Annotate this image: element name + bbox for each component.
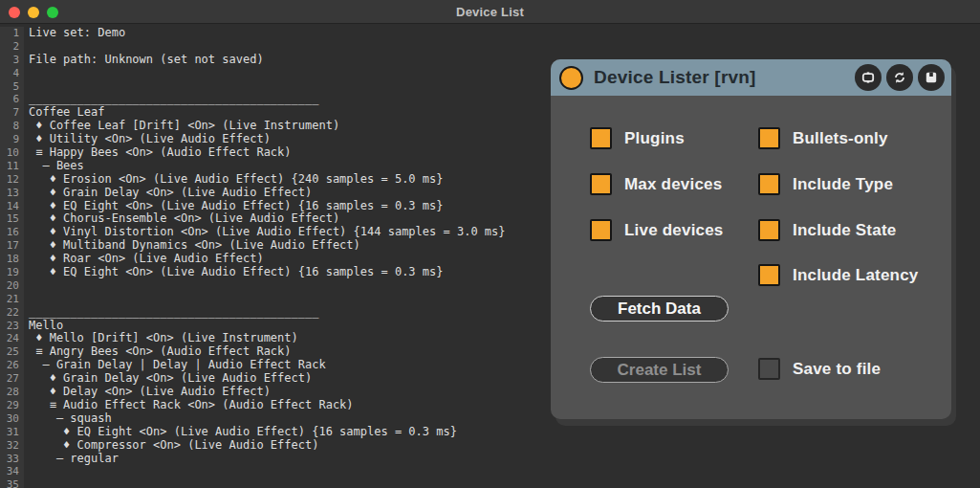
editor-line: 32 ♦ Compressor <On> (Live Audio Effect)	[0, 439, 980, 453]
float-window-icon	[860, 70, 876, 85]
panel-header: Device Lister [rvn]	[551, 59, 951, 96]
editor-line: 34	[0, 465, 980, 478]
checkbox-row-include-state: Include State	[758, 219, 896, 241]
device-lister-panel: Device Lister [rvn]	[551, 59, 951, 419]
refresh-button[interactable]	[886, 64, 913, 91]
line-number: 16	[0, 226, 24, 239]
minimize-button[interactable]	[28, 7, 39, 18]
line-text: – regular	[24, 453, 980, 466]
zoom-button[interactable]	[47, 7, 58, 18]
line-number: 19	[0, 266, 24, 279]
line-number: 25	[0, 345, 24, 359]
editor-line: 35	[0, 478, 980, 488]
power-led-button[interactable]	[559, 66, 583, 90]
checkbox-row-save-to-file: Save to file	[758, 358, 881, 380]
window-title: Device List	[456, 5, 524, 19]
panel-header-buttons	[855, 64, 945, 91]
include-latency-label: Include Latency	[793, 266, 918, 285]
include-state-label: Include State	[793, 221, 896, 240]
line-number: 2	[0, 40, 24, 54]
line-text	[24, 465, 980, 478]
line-number: 15	[0, 212, 24, 226]
line-number: 29	[0, 399, 24, 412]
line-text: ♦ EQ Eight <On> (Live Audio Effect) {16 …	[24, 426, 980, 439]
line-number: 6	[0, 93, 24, 106]
window-titlebar: Device List	[0, 0, 980, 24]
line-number: 26	[0, 359, 24, 372]
close-button[interactable]	[9, 7, 20, 18]
line-number: 27	[0, 372, 24, 386]
line-number: 14	[0, 200, 24, 213]
line-number: 32	[0, 439, 24, 453]
line-number: 30	[0, 412, 24, 426]
line-number: 1	[0, 27, 24, 40]
bullets-only-checkbox[interactable]	[758, 127, 780, 149]
max-devices-checkbox[interactable]	[590, 173, 612, 195]
line-number: 8	[0, 120, 24, 133]
checkbox-row-max-devices: Max devices	[590, 173, 722, 195]
line-number: 20	[0, 279, 24, 293]
editor-line: 33 – regular	[0, 453, 980, 466]
line-text	[24, 478, 980, 488]
line-number: 33	[0, 453, 24, 466]
bullets-only-label: Bullets-only	[793, 129, 888, 148]
include-state-checkbox[interactable]	[758, 219, 780, 241]
editor-line: 2	[0, 40, 980, 54]
max-devices-label: Max devices	[624, 175, 722, 194]
line-number: 5	[0, 80, 24, 94]
line-number: 21	[0, 293, 24, 306]
line-number: 4	[0, 67, 24, 80]
live-devices-label: Live devices	[624, 221, 724, 240]
checkbox-row-bullets-only: Bullets-only	[758, 127, 888, 149]
traffic-lights	[9, 7, 58, 18]
checkbox-row-plugins: Plugins	[590, 127, 685, 149]
line-text: Live set: Demo	[24, 27, 980, 40]
line-number: 24	[0, 332, 24, 345]
line-number: 31	[0, 426, 24, 439]
line-number: 9	[0, 133, 24, 146]
editor-line: 31 ♦ EQ Eight <On> (Live Audio Effect) {…	[0, 426, 980, 439]
checkbox-row-live-devices: Live devices	[590, 219, 724, 241]
plugins-checkbox[interactable]	[590, 127, 612, 149]
panel-title: Device Lister [rvn]	[594, 67, 756, 88]
include-type-label: Include Type	[793, 175, 893, 194]
line-number: 7	[0, 106, 24, 120]
line-number: 18	[0, 253, 24, 266]
line-number: 17	[0, 239, 24, 253]
line-number: 13	[0, 187, 24, 200]
line-number: 23	[0, 320, 24, 333]
live-devices-checkbox[interactable]	[590, 219, 612, 241]
line-number: 3	[0, 54, 24, 67]
line-number: 11	[0, 160, 24, 173]
line-text	[24, 40, 980, 54]
line-text: ♦ Compressor <On> (Live Audio Effect)	[24, 439, 980, 453]
float-window-button[interactable]	[855, 64, 882, 91]
editor-line: 1Live set: Demo	[0, 27, 980, 40]
plugins-label: Plugins	[624, 129, 685, 148]
save-button[interactable]	[918, 64, 945, 91]
save-to-file-label: Save to file	[793, 360, 881, 379]
line-number: 34	[0, 465, 24, 478]
checkbox-row-include-type: Include Type	[758, 173, 893, 195]
include-type-checkbox[interactable]	[758, 173, 780, 195]
line-number: 28	[0, 386, 24, 399]
line-number: 12	[0, 173, 24, 187]
include-latency-checkbox[interactable]	[758, 264, 780, 286]
save-icon	[924, 70, 939, 85]
line-number: 22	[0, 306, 24, 320]
save-to-file-checkbox[interactable]	[758, 358, 780, 380]
fetch-data-button[interactable]: Fetch Data	[590, 296, 729, 322]
checkbox-row-include-latency: Include Latency	[758, 264, 918, 286]
line-number: 35	[0, 478, 24, 488]
create-list-button[interactable]: Create List	[590, 357, 729, 383]
line-number: 10	[0, 146, 24, 160]
refresh-icon	[892, 70, 907, 85]
